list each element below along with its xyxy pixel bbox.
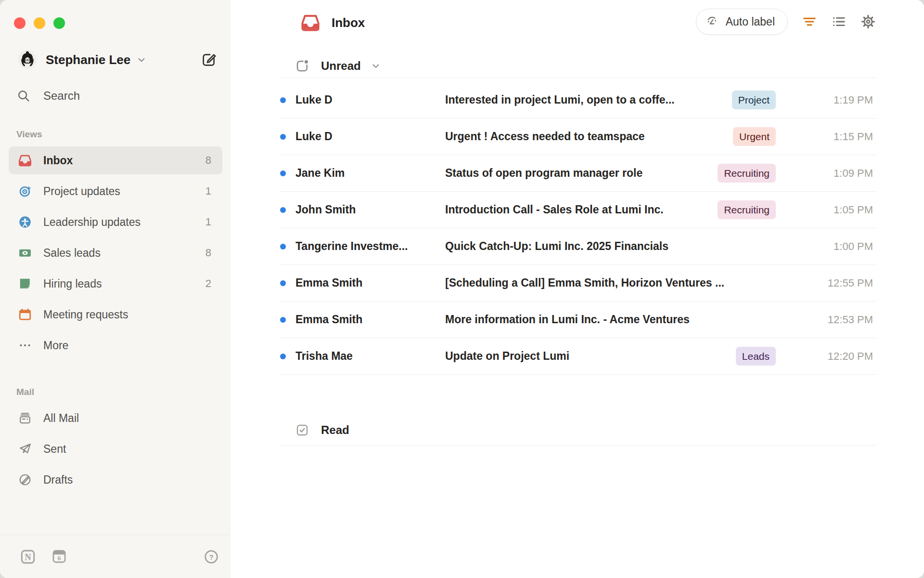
unread-marker-icon xyxy=(295,59,309,73)
user-name: Stephanie Lee xyxy=(46,53,130,67)
search-icon xyxy=(16,89,31,103)
email-row[interactable]: Trisha MaeUpdate on Project LumiLeads12:… xyxy=(280,338,877,375)
email-time: 12:53 PM xyxy=(780,314,877,326)
search-button[interactable]: Search xyxy=(16,85,80,106)
sidebar-item-meeting-requests[interactable]: Meeting requests xyxy=(9,301,222,328)
send-icon xyxy=(18,442,32,456)
read-section-header[interactable]: Read xyxy=(295,423,349,437)
auto-label-text: Auto label xyxy=(726,15,775,28)
main-header: Inbox xyxy=(301,13,365,32)
auto-label-button[interactable]: Auto label xyxy=(696,9,788,35)
email-row[interactable]: Luke DUrgent ! Access needed to teamspac… xyxy=(280,118,877,155)
read-section-divider xyxy=(280,445,877,446)
email-row[interactable]: Luke DInterested in project Lumi, open t… xyxy=(280,82,877,118)
unread-count-badge: 2 xyxy=(205,277,211,290)
note-icon xyxy=(18,277,32,290)
unread-dot-icon xyxy=(280,134,286,140)
unread-dot-icon xyxy=(280,317,286,323)
email-subject: Quick Catch-Up: Lumi Inc. 2025 Financial… xyxy=(445,240,780,253)
sidebar-item-drafts[interactable]: Drafts xyxy=(9,466,222,494)
email-row[interactable]: Jane KimStatus of open program manager r… xyxy=(280,155,877,192)
settings-gear-icon[interactable] xyxy=(860,14,876,29)
search-label: Search xyxy=(43,89,80,103)
read-label: Read xyxy=(321,423,349,437)
avatar xyxy=(18,50,37,69)
sidebar-item-hiring-leads[interactable]: Hiring leads2 xyxy=(9,270,222,298)
sidebar-item-label: Project updates xyxy=(43,185,120,198)
email-time: 1:15 PM xyxy=(780,131,877,143)
label-badge-recruiting: Recruiting xyxy=(718,200,776,219)
chevron-down-icon[interactable] xyxy=(371,61,381,71)
label-badge-project: Project xyxy=(732,91,776,109)
unread-dot-icon xyxy=(280,244,286,250)
list-view-icon[interactable] xyxy=(831,14,847,29)
sidebar-footer: N 6 ? xyxy=(19,548,219,565)
email-sender: Luke D xyxy=(295,130,445,143)
email-row[interactable]: Emma SmithMore information in Lumi Inc. … xyxy=(280,302,877,338)
chevron-down-icon xyxy=(136,54,147,65)
inbox-icon xyxy=(18,154,32,167)
email-time: 1:05 PM xyxy=(780,204,877,216)
notion-logo-icon[interactable]: N xyxy=(19,548,37,565)
sidebar-footer-divider xyxy=(0,535,230,535)
toolbar: Auto label xyxy=(696,9,876,35)
account-switcher[interactable]: Stephanie Lee xyxy=(18,49,217,70)
email-time: 12:55 PM xyxy=(780,277,877,289)
window-controls xyxy=(14,17,65,29)
label-badge-urgent: Urgent xyxy=(733,127,776,146)
zoom-window-button[interactable] xyxy=(53,17,65,29)
unread-dot-icon xyxy=(280,97,286,103)
minimize-window-button[interactable] xyxy=(34,17,45,29)
sidebar-item-more[interactable]: More xyxy=(9,331,222,359)
draft-icon xyxy=(18,473,32,486)
sidebar-sections: ViewsInbox8Project updates1Leadership up… xyxy=(9,129,222,497)
sidebar-item-sales-leads[interactable]: Sales leads8 xyxy=(9,239,222,267)
section-label-mail: Mail xyxy=(9,387,222,397)
sidebar: Stephanie Lee Search ViewsInbox8Project … xyxy=(0,0,230,578)
label-badge-recruiting: Recruiting xyxy=(718,164,776,183)
email-time: 1:09 PM xyxy=(780,167,877,180)
email-subject: Urgent ! Access needed to teamspace xyxy=(445,130,725,143)
unread-dot-icon xyxy=(280,207,286,213)
filter-icon[interactable] xyxy=(802,14,817,29)
unread-count-badge: 8 xyxy=(205,247,211,259)
sidebar-item-sent[interactable]: Sent xyxy=(9,435,222,463)
inbox-icon xyxy=(301,13,320,32)
sidebar-item-label: Drafts xyxy=(43,473,73,486)
svg-text:N: N xyxy=(25,552,31,562)
email-sender: Luke D xyxy=(295,93,445,106)
email-sender: Trisha Mae xyxy=(295,350,445,363)
email-row[interactable]: John SmithIntroduction Call - Sales Role… xyxy=(280,192,877,228)
unread-section-header[interactable]: Unread xyxy=(295,59,381,73)
email-sender: Tangerine Investme... xyxy=(295,240,445,253)
sidebar-item-project-updates[interactable]: Project updates1 xyxy=(9,177,222,205)
section-label-views: Views xyxy=(9,129,222,140)
sidebar-item-inbox[interactable]: Inbox8 xyxy=(9,146,222,174)
email-subject: More information in Lumi Inc. - Acme Ven… xyxy=(445,313,780,326)
email-subject: Update on Project Lumi xyxy=(445,350,728,363)
dots-icon xyxy=(18,339,32,352)
unread-count-badge: 1 xyxy=(205,185,211,197)
compose-icon[interactable] xyxy=(201,52,217,68)
svg-text:?: ? xyxy=(209,553,213,561)
app-window: Stephanie Lee Search ViewsInbox8Project … xyxy=(0,0,924,578)
unread-label: Unread xyxy=(321,59,361,73)
sidebar-item-label: Sales leads xyxy=(43,247,101,260)
sidebar-item-all-mail[interactable]: All Mail xyxy=(9,404,222,432)
label-badge-leads: Leads xyxy=(736,347,776,366)
sidebar-item-label: Inbox xyxy=(43,154,73,167)
auto-label-wand-icon xyxy=(706,15,719,28)
person-icon xyxy=(18,215,32,229)
email-row[interactable]: Tangerine Investme...Quick Catch-Up: Lum… xyxy=(280,228,877,265)
email-sender: Emma Smith xyxy=(295,276,445,289)
close-window-button[interactable] xyxy=(14,17,26,29)
sidebar-item-leadership-updates[interactable]: Leadership updates1 xyxy=(9,208,222,236)
email-row[interactable]: Emma Smith[Scheduling a Call] Emma Smith… xyxy=(280,265,877,302)
page-title: Inbox xyxy=(332,15,365,30)
svg-text:6: 6 xyxy=(58,554,61,562)
sidebar-item-label: Hiring leads xyxy=(43,277,102,290)
calendar-app-icon[interactable]: 6 xyxy=(51,548,68,565)
help-icon[interactable]: ? xyxy=(203,549,219,565)
main-panel: Inbox Auto label xyxy=(231,0,924,578)
calendar-icon xyxy=(18,308,32,321)
